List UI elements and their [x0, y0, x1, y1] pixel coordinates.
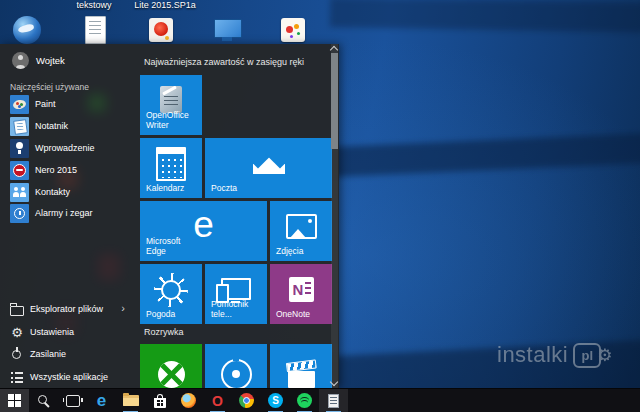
user-avatar[interactable] [12, 52, 29, 69]
windows-logo-icon [8, 394, 21, 407]
thunderbird-desktop-icon[interactable] [13, 16, 41, 44]
tile-label: Zdjęcia [276, 247, 303, 257]
taskbar-skype-button[interactable]: S [261, 389, 290, 412]
scrollbar-thumb[interactable] [331, 53, 338, 149]
taskbar-opera-button[interactable]: O [203, 389, 232, 412]
phone-monitor-icon [221, 278, 251, 300]
tile-phone-companion[interactable]: Pomocnik tele... [205, 264, 267, 324]
start-item-label: Paint [35, 99, 56, 109]
start-item-label: Zasilanie [30, 349, 66, 359]
tile-openoffice-writer[interactable]: OpenOffice Writer [140, 75, 202, 135]
calendar-icon [156, 147, 186, 181]
firefox-icon [181, 393, 196, 408]
start-item-label: Kontakty [35, 187, 70, 197]
start-item-label: Alarmy i zegar [35, 208, 93, 218]
nero-lite-desktop-icon[interactable] [147, 16, 175, 44]
wallpaper-beam [320, 133, 640, 178]
xbox-icon [158, 361, 185, 388]
tile-mail[interactable]: Poczta [205, 138, 332, 198]
tile-onenote[interactable]: N OneNote [270, 264, 332, 324]
start-item-nero-2015[interactable]: Nero 2015 [0, 160, 135, 180]
spotify-icon [297, 393, 312, 408]
sun-icon [154, 273, 188, 307]
groove-music-icon [221, 359, 252, 389]
instalki-watermark: instalki pl ⚙ [497, 342, 613, 368]
tiles-section-header: Najważniejsza zawartość w zasięgu ręki [144, 57, 304, 67]
tile-label: Pomocnik tele... [211, 300, 263, 320]
start-item-paint[interactable]: Paint [0, 94, 135, 114]
taskbar-file-explorer-button[interactable] [116, 389, 145, 412]
onenote-icon: N [289, 277, 314, 302]
film-tv-icon [288, 371, 315, 388]
text-document-desktop-icon[interactable] [81, 16, 109, 44]
start-item-label: Eksplorator plików [30, 304, 103, 314]
chevron-right-icon: › [121, 302, 125, 314]
task-view-icon [66, 395, 80, 407]
tile-calendar[interactable]: Kalendarz [140, 138, 202, 198]
most-used-header: Najczęściej używane [10, 82, 89, 92]
tile-photos[interactable]: Zdjęcia [270, 201, 332, 261]
tile-label: Poczta [211, 184, 237, 194]
start-item-settings[interactable]: ⚙ Ustawienia [0, 324, 135, 340]
start-item-power[interactable]: Zasilanie [0, 346, 135, 362]
desktop-shortcut-label: tekstowy [70, 0, 118, 10]
store-bag-icon [154, 398, 166, 408]
edge-icon: e [97, 392, 106, 409]
start-item-label: Nero 2015 [35, 165, 77, 175]
taskbar-openoffice-writer-button[interactable] [319, 389, 348, 412]
taskbar-search-button[interactable] [29, 389, 58, 412]
taskbar-chrome-button[interactable] [232, 389, 261, 412]
folder-icon [123, 395, 139, 406]
taskbar-firefox-button[interactable] [174, 389, 203, 412]
tile-microsoft-edge[interactable]: e Microsoft Edge [140, 201, 267, 261]
tile-label: Microsoft Edge [146, 237, 198, 257]
chrome-icon [239, 393, 254, 408]
desktop-shortcut-label: Lite 2015.SP1a [128, 0, 202, 10]
onenote-n-glyph: N [293, 281, 304, 298]
watermark-text: instalki [497, 342, 568, 368]
openoffice-writer-icon [160, 86, 182, 113]
wallpaper-beam [330, 0, 640, 33]
monitor-desktop-icon[interactable] [213, 16, 241, 44]
gear-icon: ⚙ [10, 325, 24, 339]
taskbar-task-view-button[interactable] [58, 389, 87, 412]
xnview-desktop-icon[interactable] [279, 16, 307, 44]
opera-icon: O [212, 394, 223, 408]
tile-label: OpenOffice Writer [146, 111, 198, 131]
file-explorer-icon [10, 302, 24, 316]
tile-label: OneNote [276, 310, 310, 320]
start-button[interactable] [0, 389, 29, 412]
skype-icon: S [268, 393, 283, 408]
tile-xbox[interactable] [140, 344, 202, 388]
start-item-label: Wprowadzenie [35, 143, 95, 153]
tile-label: Kalendarz [146, 184, 184, 194]
paint-palette-icon [10, 95, 29, 114]
nero-icon [10, 161, 29, 180]
start-item-all-apps[interactable]: Wszystkie aplikacje [0, 369, 135, 385]
power-icon [10, 347, 24, 361]
photos-icon [286, 214, 317, 239]
taskbar-spotify-button[interactable] [290, 389, 319, 412]
start-item-label: Wszystkie aplikacje [30, 372, 108, 382]
start-item-wprowadzenie[interactable]: Wprowadzenie [0, 138, 135, 158]
tile-film-tv[interactable] [270, 344, 332, 388]
start-item-alarmy-i-zegar[interactable]: Alarmy i zegar [0, 203, 135, 223]
taskbar-edge-button[interactable]: e [87, 389, 116, 412]
search-icon [37, 394, 50, 407]
mail-envelope-icon [253, 154, 285, 174]
start-item-notatnik[interactable]: Notatnik [0, 116, 135, 136]
writer-document-icon [328, 394, 339, 408]
tile-groove-music[interactable] [205, 344, 267, 388]
notepad-icon [10, 117, 29, 136]
watermark-gear-icon: ⚙ [597, 347, 612, 364]
start-item-kontakty[interactable]: Kontakty [0, 182, 135, 202]
tile-weather[interactable]: Pogoda [140, 264, 202, 324]
start-item-file-explorer[interactable]: Eksplorator plików › [0, 301, 135, 317]
taskbar: e O S [0, 388, 640, 412]
user-name: Wojtek [36, 55, 65, 66]
taskbar-store-button[interactable] [145, 389, 174, 412]
tile-label: Pogoda [146, 310, 175, 320]
alarm-clock-icon [10, 204, 29, 223]
start-menu: Wojtek Najczęściej używane Paint Notatni… [0, 44, 339, 388]
user-account[interactable]: Wojtek [12, 52, 65, 69]
